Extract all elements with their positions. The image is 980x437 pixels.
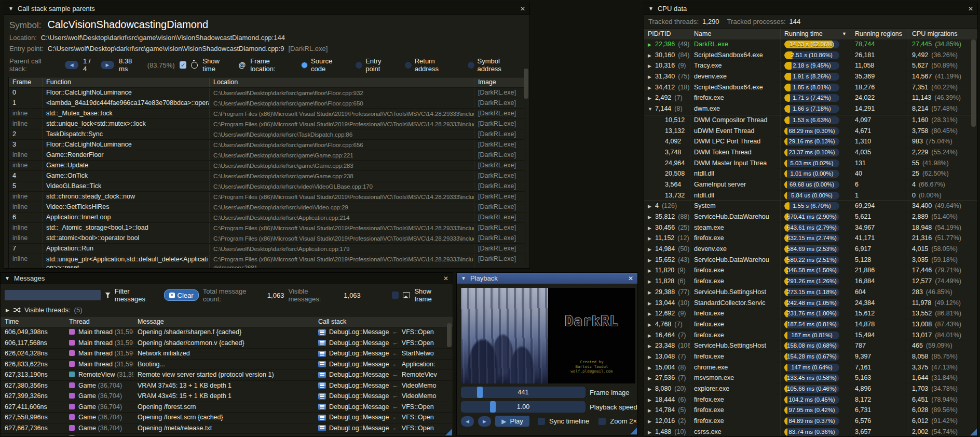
process-pid[interactable]: ▶2,492(7) — [644, 93, 690, 103]
cpu-titlebar[interactable]: ▼ CPU data ✕ — [644, 3, 977, 15]
process-pid[interactable]: ▶4(126) — [644, 201, 690, 211]
callstack-list-icon[interactable] — [318, 404, 326, 410]
prev-stack-button[interactable]: ◀ — [65, 61, 78, 69]
col-image[interactable]: Image — [474, 77, 525, 87]
expand-icon[interactable]: ▶ — [648, 277, 655, 287]
cpu-process-row[interactable]: ▶30,456(25) steam.exe 643.61 ms (2.79%) … — [644, 223, 977, 234]
cpu-process-row[interactable]: ▶11,820(9) firefox.exe 346.58 ms (1.50%)… — [644, 266, 977, 276]
cpu-process-row[interactable]: ▶1,488(10) csrss.exe 83.74 ms (0.36%) 3,… — [644, 427, 977, 436]
process-pid[interactable]: ▶30,160(84) — [644, 50, 690, 61]
prev-frame-button[interactable]: ◀ — [461, 416, 474, 427]
expand-icon[interactable]: ▶ — [648, 245, 655, 255]
cpu-process-row[interactable]: ▶27,536(7) msvsmon.exe 133.45 ms (0.58%)… — [644, 373, 977, 384]
messages-titlebar[interactable]: ▼ Messages ✕ — [1, 273, 453, 284]
cpu-process-row[interactable]: ▶11,152(12) firefox.exe 632.15 ms (2.74%… — [644, 233, 977, 244]
source-location[interactable]: C:\Users\wolf\Desktop\darkrl\src\game\Ga… — [209, 171, 474, 181]
message-callstack[interactable]: DebugLog::Message ← VideoMemo — [314, 391, 453, 402]
col-function[interactable]: Function — [42, 77, 209, 87]
cpu-process-row[interactable]: 24,964 DWM Master Input Threa 5.03 ms (0… — [644, 158, 977, 169]
expand-icon[interactable]: ▶ — [648, 428, 655, 436]
location-path[interactable]: C:\Users\wolf\Desktop\darkrl\src\game\vi… — [41, 34, 285, 42]
callstack-row[interactable]: inline std::unique_lock<std::mutex>::loc… — [9, 119, 525, 129]
process-pid[interactable]: ▶35,812(88) — [644, 212, 690, 222]
cpu-process-row[interactable]: ▶22,396(49) DarkRL.exe 14.33 s (62.06%) … — [644, 39, 977, 50]
expand-icon[interactable]: ▶ — [648, 40, 655, 50]
message-row[interactable]: 627,380,356ns Game (36,704) VRAM 37x45: … — [1, 381, 453, 392]
message-callstack[interactable]: DebugLog::Message ← VFS::Open — [314, 402, 453, 413]
function-name[interactable]: std::chrono::steady_clock::now — [42, 192, 209, 202]
message-row[interactable]: 626,024,328ns Main thread (31,596) Netwo… — [1, 349, 453, 360]
speed-slider-handle[interactable] — [490, 401, 496, 413]
callstack-row[interactable]: 2 TaskDispatch::Sync C:\Users\wolf\Deskt… — [9, 129, 525, 140]
cpu-process-row[interactable]: ▶31,340(75) devenv.exe 1.91 s (8.26%) 35… — [644, 72, 977, 83]
expand-icon[interactable]: ▶ — [648, 352, 655, 362]
function-name[interactable]: Floor::CalcLightNoLuminance — [42, 88, 209, 98]
close-icon[interactable]: ✕ — [443, 275, 448, 282]
col-pid-tid[interactable]: PID/TID — [644, 29, 690, 39]
col-name[interactable]: Name — [690, 29, 780, 39]
callstack-list-icon[interactable] — [318, 393, 326, 400]
show-time-checkbox[interactable]: ✓ — [180, 61, 187, 69]
function-name[interactable]: std::atomic<bool>::operator bool — [42, 233, 209, 243]
col-running-regions[interactable]: Running regions — [851, 29, 908, 39]
message-row[interactable]: 606,117,568ns Main thread (31,596) Openi… — [1, 338, 453, 349]
callstack-row[interactable]: inline Video::GetTicksHiRes C:\Users\wol… — [9, 202, 525, 213]
message-callstack[interactable]: DebugLog::Message ← IntroMenu:: — [314, 434, 453, 436]
callstack-list-icon[interactable] — [318, 372, 326, 378]
process-pid[interactable]: ▶12,016(2) — [644, 416, 690, 427]
cpu-process-row[interactable]: 3,564 GameInput server 69.68 us (0.00%) … — [644, 180, 977, 191]
callstack-list-icon[interactable] — [318, 436, 326, 436]
message-row[interactable]: 627,667,736ns Game (36,704) Opening /met… — [1, 423, 453, 434]
expand-icon[interactable]: ▶ — [648, 94, 655, 103]
process-pid[interactable]: ▶29,388(77) — [644, 287, 690, 298]
process-pid[interactable]: ▶11,820(9) — [644, 266, 690, 276]
process-pid[interactable]: ▶14,984(50) — [644, 244, 690, 255]
process-pid[interactable]: 4,092 — [644, 137, 690, 147]
expand-icon[interactable]: ▶ — [648, 341, 655, 351]
callstack-list-icon[interactable] — [318, 329, 326, 336]
expand-icon[interactable]: ▶ — [648, 266, 655, 276]
col-running-time[interactable]: Running time▼ — [780, 29, 851, 39]
process-pid[interactable]: 20,508 — [644, 169, 690, 179]
cpu-process-row[interactable]: 13,732 ntdll.dll 5.84 us (0.00%) 1 0(0.0… — [644, 191, 977, 202]
callstack-row[interactable]: inline std::chrono::steady_clock::now C:… — [9, 192, 525, 202]
expand-icon[interactable]: ▶ — [648, 213, 655, 222]
callstack-list-icon[interactable] — [318, 415, 326, 421]
source-location[interactable]: C:\Program Files (x86)\Microsoft Visual … — [209, 119, 474, 129]
message-row[interactable]: 627,313,190ns RemoteView (31,392) Remote… — [1, 370, 453, 381]
message-row[interactable]: 606,049,398ns Main thread (31,596) Openi… — [1, 327, 453, 338]
function-name[interactable]: std::unique_ptr<Application,std::default… — [42, 254, 209, 269]
collapse-icon[interactable]: ▼ — [8, 6, 13, 11]
visible-threads-row[interactable]: ▶ Visible threads: (5) — [1, 305, 453, 316]
process-pid[interactable]: ▶1,488(10) — [644, 427, 690, 436]
process-pid[interactable]: ▶15,652(43) — [644, 255, 690, 266]
callstack-row[interactable]: 3 Floor::CalcLightNoLuminance C:\Users\w… — [9, 140, 525, 150]
function-name[interactable]: Application::Run — [42, 244, 209, 254]
next-frame-button[interactable]: ▶ — [478, 416, 491, 427]
function-name[interactable]: Floor::CalcLightNoLuminance — [42, 140, 209, 150]
message-callstack[interactable]: DebugLog::Message ← RemoteViev — [314, 370, 453, 380]
col-location[interactable]: Location — [209, 77, 474, 87]
message-callstack[interactable]: DebugLog::Message ← VFS::Open — [314, 338, 453, 349]
frame-slider-handle[interactable] — [477, 387, 483, 398]
process-pid[interactable]: ▶13,044(10) — [644, 298, 690, 309]
function-name[interactable]: TaskDispatch::Sync — [42, 129, 209, 139]
process-pid[interactable]: ▶11,152(12) — [644, 233, 690, 244]
cpu-process-row[interactable]: ▶4(126) System 1.55 s (6.70%) 69,294 34,… — [644, 201, 977, 212]
process-pid[interactable]: ▶18,444(6) — [644, 395, 690, 405]
callstack-row[interactable]: 5 VideoGLBase::Tick C:\Users\wolf\Deskto… — [9, 181, 525, 192]
callstack-row[interactable]: inline std::atomic<bool>::operator bool … — [9, 233, 525, 244]
callstack-list-icon[interactable] — [318, 351, 326, 357]
cpu-process-row[interactable]: ▶8,080(20) explorer.exe 105.66 ms (0.46%… — [644, 384, 977, 395]
expand-icon[interactable]: ▶ — [648, 61, 655, 71]
source-location[interactable]: C:\Users\wolf\Desktop\darkrl\src\game\fl… — [209, 98, 474, 108]
process-pid[interactable]: ▼7,144(8) — [644, 104, 690, 114]
zoom-2x-checkbox[interactable] — [598, 418, 606, 425]
cpu-process-row[interactable]: ▶29,388(77) ServiceHub.SettingsHost 273.… — [644, 287, 977, 298]
expand-icon[interactable]: ▶ — [648, 299, 655, 309]
sync-timeline-checkbox[interactable] — [538, 418, 545, 425]
expand-icon[interactable]: ▶ — [648, 385, 655, 394]
collapse-icon[interactable]: ▼ — [5, 275, 10, 281]
function-name[interactable]: <lambda_84a19dc444fae966ca174e83e708bdca… — [42, 98, 209, 108]
entry-path[interactable]: C:\Users\wolf\Desktop\darkrl\src\game\vi… — [48, 45, 284, 52]
